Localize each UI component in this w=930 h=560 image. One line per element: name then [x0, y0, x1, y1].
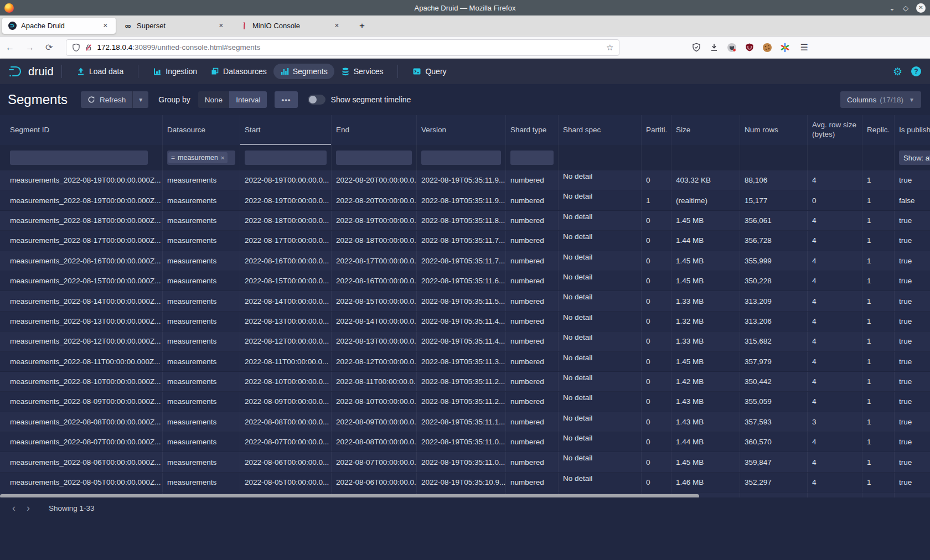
tab-superset[interactable]: ∞ Superset ✕ — [118, 18, 231, 34]
shard-type-filter-input[interactable] — [510, 151, 554, 165]
cell-datasource[interactable]: measurements — [163, 392, 240, 411]
cell-is-published[interactable]: true — [895, 372, 930, 391]
cell-segment-id[interactable]: measurements_2022-08-14T00:00:00.000Z... — [0, 291, 163, 310]
cell-segment-id[interactable]: measurements_2022-08-16T00:00:00.000Z... — [0, 251, 163, 271]
cell-start[interactable]: 2022-08-17T00:00:00.0... — [240, 231, 332, 250]
cell-is-published[interactable]: true — [895, 231, 930, 250]
column-header-size[interactable]: Size — [671, 115, 740, 145]
cell-partition[interactable]: 0 — [642, 412, 671, 432]
cell-size[interactable]: 1.45 MB — [671, 352, 740, 371]
cell-is-published[interactable]: true — [895, 492, 930, 497]
refresh-button[interactable]: Refresh — [81, 91, 132, 108]
downloads-icon[interactable] — [709, 43, 719, 53]
cell-partition[interactable]: 0 — [642, 271, 671, 291]
cell-datasource[interactable]: measurements — [163, 352, 240, 371]
cell-shard-type[interactable]: numbered — [506, 331, 559, 351]
cell-size[interactable]: 1.45 MB — [671, 251, 740, 271]
column-header-version[interactable]: Version — [417, 115, 506, 145]
cell-datasource[interactable]: measurements — [163, 473, 240, 492]
cell-num-rows[interactable]: 313,209 — [740, 291, 808, 310]
column-header-avg-row-size[interactable]: Avg. row size (bytes) — [808, 115, 862, 145]
cell-avg-row-size[interactable]: 4 — [808, 452, 862, 471]
cell-datasource[interactable]: measurements — [163, 412, 240, 432]
cell-avg-row-size[interactable]: 4 — [808, 211, 862, 230]
cell-replicas[interactable]: 1 — [862, 211, 895, 230]
cell-size[interactable]: 1.42 MB — [671, 372, 740, 391]
cell-start[interactable]: 2022-08-10T00:00:00.0... — [240, 372, 332, 391]
cell-avg-row-size[interactable]: 4 — [808, 291, 862, 310]
cell-num-rows[interactable]: 356,728 — [740, 231, 808, 250]
cell-num-rows[interactable]: 356,061 — [740, 211, 808, 230]
cell-segment-id[interactable]: measurements_2022-08-10T00:00:00.000Z... — [0, 372, 163, 391]
timeline-toggle[interactable] — [308, 95, 326, 105]
cell-shard-spec[interactable]: No detail — [559, 352, 642, 371]
cell-datasource[interactable]: measurements — [163, 312, 240, 331]
cell-segment-id[interactable]: measurements_2022-08-12T00:00:00.000Z... — [0, 331, 163, 351]
cell-version[interactable]: 2022-08-19T05:35:11.9... — [417, 170, 506, 190]
cell-version[interactable]: 2022-08-19T05:35:11.6... — [417, 271, 506, 291]
cell-avg-row-size[interactable]: 4 — [808, 170, 862, 190]
cell-partition[interactable]: 1 — [642, 190, 671, 210]
cell-segment-id[interactable]: measurements_2022-08-13T00:00:00.000Z... — [0, 312, 163, 331]
cell-shard-spec[interactable]: No detail — [559, 452, 642, 471]
segment-id-filter-input[interactable] — [10, 151, 148, 165]
cell-partition[interactable]: 0 — [642, 251, 671, 271]
minimize-icon[interactable]: ⌄ — [889, 4, 895, 12]
cell-is-published[interactable]: true — [895, 170, 930, 190]
cell-datasource[interactable]: measurements — [163, 372, 240, 391]
cell-is-published[interactable]: true — [895, 331, 930, 351]
nav-item-load-data[interactable]: Load data — [70, 64, 130, 79]
cell-size[interactable]: 1.32 MB — [671, 312, 740, 331]
cell-partition[interactable]: 0 — [642, 312, 671, 331]
cell-size[interactable]: 1.44 MB — [671, 432, 740, 452]
cell-datasource[interactable]: measurements — [163, 211, 240, 230]
cell-num-rows[interactable]: 350,442 — [740, 372, 808, 391]
cell-end[interactable]: 2022-08-20T00:00:00.0... — [332, 170, 417, 190]
cell-segment-id[interactable]: measurements_2022-08-17T00:00:00.000Z... — [0, 231, 163, 250]
cell-avg-row-size[interactable]: 4 — [808, 251, 862, 271]
cell-replicas[interactable]: 1 — [862, 312, 895, 331]
cell-start[interactable]: 2022-08-18T00:00:00.0... — [240, 211, 332, 230]
cell-size[interactable]: 1.46 MB — [671, 473, 740, 492]
cell-start[interactable]: 2022-08-16T00:00:00.0... — [240, 251, 332, 271]
cell-partition[interactable]: 0 — [642, 432, 671, 452]
cell-is-published[interactable]: true — [895, 352, 930, 371]
cell-partition[interactable]: 0 — [642, 211, 671, 230]
new-tab-button[interactable]: + — [355, 19, 369, 33]
extension-asterisk-icon[interactable] — [780, 43, 790, 53]
columns-button[interactable]: Columns (17/18) ▼ — [840, 91, 921, 108]
cell-start[interactable]: 2022-08-09T00:00:00.0... — [240, 392, 332, 411]
cell-avg-row-size[interactable]: 4 — [808, 372, 862, 391]
tab-minio-console[interactable]: MinIO Console ✕ — [234, 18, 347, 34]
cell-is-published[interactable]: true — [895, 392, 930, 411]
cell-avg-row-size[interactable]: 3 — [808, 412, 862, 432]
cell-start[interactable]: 2022-08-05T00:00:00.0... — [240, 473, 332, 492]
cell-partition[interactable]: 0 — [642, 352, 671, 371]
cell-size[interactable]: 403.32 KB — [671, 170, 740, 190]
cell-size[interactable]: 1.43 MB — [671, 412, 740, 432]
datasource-filter-tag[interactable]: = measurements ✕ — [168, 152, 228, 163]
nav-item-ingestion[interactable]: Ingestion — [146, 64, 204, 79]
cell-end[interactable]: 2022-08-08T00:00:00.0... — [332, 432, 417, 452]
ublock-origin-icon[interactable] — [745, 43, 755, 53]
cell-size[interactable]: (realtime) — [671, 190, 740, 210]
tab-close-icon[interactable]: ✕ — [216, 21, 226, 30]
cell-end[interactable]: 2022-08-12T00:00:00.0... — [332, 352, 417, 371]
cell-partition[interactable]: 0 — [642, 452, 671, 471]
druid-logo[interactable]: druid — [8, 65, 54, 78]
cell-is-published[interactable]: true — [895, 251, 930, 271]
cell-num-rows[interactable]: 357,979 — [740, 352, 808, 371]
cookie-icon[interactable] — [762, 43, 772, 53]
cell-version[interactable]: 2022-08-19T05:35:11.9... — [417, 190, 506, 210]
cell-start[interactable]: 2022-08-07T00:00:00.0... — [240, 432, 332, 452]
menu-hamburger-icon[interactable]: ☰ — [800, 42, 808, 53]
bookmark-star-icon[interactable]: ☆ — [606, 43, 613, 53]
cell-shard-spec[interactable]: No detail — [559, 251, 642, 271]
cell-is-published[interactable]: true — [895, 452, 930, 471]
cell-is-published[interactable]: true — [895, 211, 930, 230]
cell-size[interactable]: 1.45 MB — [671, 452, 740, 471]
cell-version[interactable]: 2022-08-19T05:35:10.9... — [417, 473, 506, 492]
cell-is-published[interactable]: true — [895, 291, 930, 310]
next-page-icon[interactable]: › — [22, 503, 34, 513]
group-by-interval-button[interactable]: Interval — [229, 91, 267, 108]
